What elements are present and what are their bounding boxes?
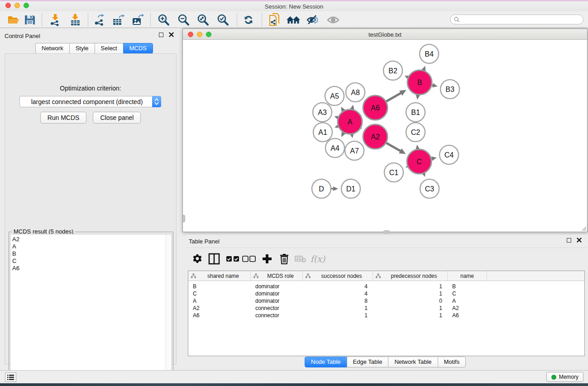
table-row[interactable]: Adominator80A (188, 297, 584, 305)
graph-node-C4[interactable]: C4 (440, 145, 459, 164)
column-header-name[interactable]: name (448, 271, 487, 281)
tab-select[interactable]: Select (95, 43, 124, 54)
task-history-button[interactable] (5, 372, 16, 382)
tab-node-table[interactable]: Node Table (305, 357, 347, 367)
column-header-MCDS-role[interactable]: MCDS role (251, 271, 303, 281)
show-graphics-details-icon[interactable] (305, 13, 321, 27)
column-header-shared-name[interactable]: shared name (188, 271, 251, 281)
close-panel-icon[interactable] (169, 32, 174, 37)
deselect-all-icon[interactable] (241, 252, 257, 266)
search-input[interactable] (460, 16, 583, 23)
open-folder-icon[interactable] (5, 13, 22, 27)
table-cell: connector (251, 305, 303, 311)
table-cell: A2 (188, 305, 251, 311)
delete-column-icon[interactable] (277, 252, 292, 266)
tab-motifs[interactable]: Motifs (438, 357, 466, 367)
import-network-icon[interactable] (47, 13, 63, 27)
close-panel-button[interactable]: Close panel (93, 112, 141, 124)
graph-node-A2[interactable]: A2 (363, 124, 387, 149)
zoom-selected-icon[interactable] (215, 13, 231, 27)
gear-icon[interactable] (190, 252, 205, 266)
export-network-icon[interactable] (91, 13, 108, 27)
graph-node-A8[interactable]: A8 (346, 83, 365, 102)
graph-node-C1[interactable]: C1 (384, 163, 403, 182)
tab-mcds[interactable]: MCDS (123, 43, 153, 54)
column-view-icon[interactable] (206, 252, 222, 266)
mcds-result-item[interactable]: A2 (12, 236, 164, 243)
splitter-handle-icon[interactable] (383, 230, 390, 234)
network-view-window: testGlobe.txt A1A3A4A5A7A8B1B2B3B4C1C2C3… (182, 29, 588, 232)
memory-button[interactable]: Memory (546, 372, 583, 382)
graph-node-label: A4 (330, 144, 339, 152)
graph-node-B[interactable]: B (407, 70, 432, 95)
save-icon[interactable] (22, 13, 38, 27)
table-row[interactable]: Cdominator41C (188, 290, 584, 297)
tab-network[interactable]: Network (35, 43, 70, 54)
status-bar: Memory (0, 370, 588, 383)
tab-network-table[interactable]: Network Table (388, 357, 438, 367)
graph-node-A[interactable]: A (338, 110, 362, 134)
toolbar-separator (262, 14, 262, 26)
home-view-icon[interactable] (285, 13, 301, 27)
desktop-background (0, 383, 588, 386)
network-canvas[interactable]: A1A3A4A5A7A8B1B2B3B4C1C2C3C4DD1AA2A6BC (183, 40, 587, 232)
network-window-titlebar[interactable]: testGlobe.txt (183, 29, 587, 40)
table-row[interactable]: Bdominator41B (188, 283, 584, 290)
criterion-dropdown[interactable]: largest connected component (directed) (19, 96, 161, 107)
graph-node-A4[interactable]: A4 (325, 138, 344, 157)
graph-node-C[interactable]: C (407, 149, 431, 174)
table-row[interactable]: A2connector11A2 (188, 305, 584, 312)
graph-node-B2[interactable]: B2 (383, 61, 402, 80)
zoom-out-icon[interactable] (175, 13, 191, 27)
tab-edge-table[interactable]: Edge Table (347, 357, 389, 367)
export-table-icon[interactable] (110, 13, 127, 27)
toolbar-separator (237, 14, 237, 26)
refresh-icon[interactable] (240, 13, 257, 27)
graph-node-label: B3 (445, 86, 454, 93)
close-panel-icon[interactable] (577, 238, 582, 243)
resize-grip-icon[interactable] (580, 225, 587, 231)
table-cell: 1 (373, 291, 448, 297)
splitter-handle-icon[interactable] (183, 215, 185, 222)
float-panel-icon[interactable] (567, 238, 571, 243)
column-type-icon (376, 273, 381, 278)
mcds-result-item[interactable]: A (12, 243, 164, 250)
column-header-successor-nodes[interactable]: successor nodes (303, 271, 373, 281)
graph-node-D[interactable]: D (312, 179, 331, 198)
graph-node-A3[interactable]: A3 (313, 103, 332, 122)
mcds-result-list[interactable]: A2ABCA6 (10, 234, 172, 383)
mcds-panel: Optimization criterion: largest connecte… (5, 53, 177, 365)
graph-node-B1[interactable]: B1 (406, 103, 425, 122)
control-panel: Control Panel NetworkStyleSelectMCDS Opt… (0, 28, 181, 370)
search-field[interactable] (450, 14, 583, 24)
node-table[interactable]: shared nameMCDS rolesuccessor nodesprede… (188, 271, 585, 356)
graph-node-C2[interactable]: C2 (406, 123, 425, 142)
float-panel-icon[interactable] (159, 33, 163, 37)
run-mcds-button[interactable]: Run MCDS (40, 112, 87, 124)
mcds-result-item[interactable]: C (12, 257, 164, 265)
graph-node-B4[interactable]: B4 (420, 44, 439, 63)
zoom-fit-icon[interactable] (195, 13, 211, 27)
add-column-icon[interactable] (259, 252, 275, 266)
mcds-result-item[interactable]: B (12, 250, 164, 257)
graph-node-C3[interactable]: C3 (420, 179, 439, 198)
graph-node-A7[interactable]: A7 (345, 141, 364, 160)
graph-node-A6[interactable]: A6 (363, 95, 387, 120)
graph-node-D1[interactable]: D1 (341, 179, 360, 198)
graph-node-B3[interactable]: B3 (440, 80, 459, 99)
zoom-in-icon[interactable] (155, 13, 172, 27)
table-row[interactable]: A6connector11A6 (188, 312, 584, 319)
column-header-predecessor-nodes[interactable]: predecessor nodes (373, 271, 448, 281)
import-table-icon[interactable] (67, 13, 83, 27)
graph-node-label: C3 (425, 185, 435, 193)
select-all-icon[interactable] (225, 252, 240, 266)
scrollbar-track[interactable] (166, 234, 172, 383)
copy-view-icon[interactable] (267, 13, 283, 27)
tab-style[interactable]: Style (69, 43, 95, 54)
table-cell: A (448, 298, 487, 304)
graph-node-label: C (416, 158, 422, 166)
mcds-result-item[interactable]: A6 (12, 265, 164, 272)
graph-node-A1[interactable]: A1 (313, 123, 332, 142)
graph-node-A5[interactable]: A5 (325, 86, 344, 105)
export-image-icon[interactable] (130, 13, 146, 27)
